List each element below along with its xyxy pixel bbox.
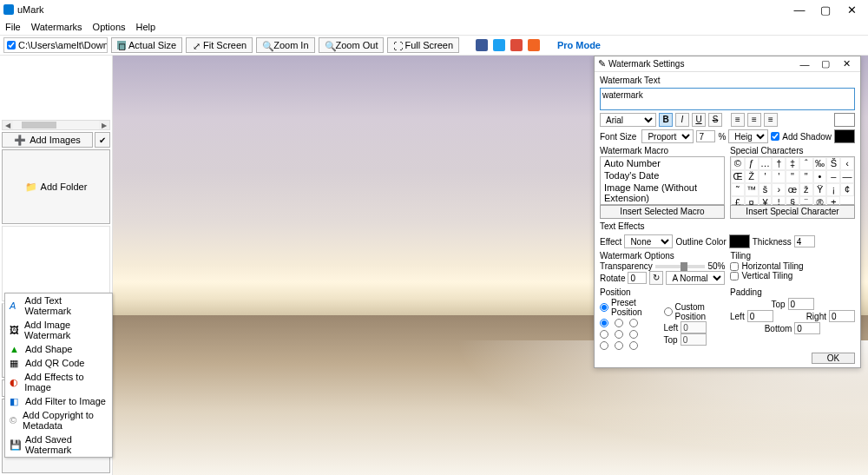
char-cell[interactable]: ‰ — [813, 157, 827, 170]
menu-add-shape[interactable]: ▲Add Shape — [5, 342, 112, 356]
char-cell[interactable]: Š — [826, 157, 840, 170]
effect-select[interactable]: None — [624, 234, 673, 248]
pos-tl[interactable] — [600, 319, 608, 327]
close-button[interactable]: ✕ — [838, 3, 865, 16]
align-right-button[interactable]: ≡ — [764, 113, 778, 127]
underline-button[interactable]: U — [692, 113, 706, 127]
char-cell[interactable]: ¡ — [826, 183, 840, 196]
minimize-button[interactable]: — — [786, 3, 812, 16]
char-cell[interactable]: – — [826, 170, 840, 183]
char-cell[interactable]: • — [813, 170, 827, 183]
h-tiling-checkbox[interactable] — [730, 262, 739, 271]
char-cell[interactable]: Ž — [745, 170, 759, 183]
pad-right-input[interactable] — [829, 310, 855, 322]
menu-help[interactable]: Help — [136, 22, 156, 32]
char-cell[interactable]: ƒ — [745, 157, 759, 170]
add-images-button[interactable]: ➕Add Images — [2, 132, 93, 148]
add-shadow-checkbox[interactable] — [771, 132, 779, 141]
align-left-button[interactable]: ≡ — [731, 113, 745, 127]
scroll-left-icon[interactable]: ◀ — [3, 122, 13, 129]
rss-icon[interactable] — [528, 39, 540, 51]
menu-add-image-watermark[interactable]: 🖼Add Image Watermark — [5, 318, 112, 342]
height-select[interactable]: Height — [728, 129, 768, 143]
full-screen-button[interactable]: ⛶Full Screen — [387, 37, 459, 53]
insert-char-button[interactable]: Insert Special Character — [730, 205, 855, 219]
menu-file[interactable]: File — [5, 22, 21, 32]
char-cell[interactable]: † — [772, 157, 786, 170]
actual-size-button[interactable]: ◻Actual Size — [111, 37, 182, 53]
font-select[interactable]: Arial — [600, 113, 656, 127]
custom-radio[interactable] — [664, 307, 673, 316]
pos-bl[interactable] — [600, 341, 608, 350]
outline-color-swatch[interactable] — [729, 234, 750, 248]
zoom-in-button[interactable]: 🔍Zoom In — [256, 37, 314, 53]
char-cell[interactable]: ¢ — [840, 183, 854, 196]
pos-tr[interactable] — [629, 319, 638, 327]
char-cell[interactable]: ž — [799, 183, 813, 196]
add-folder-button[interactable]: 📁Add Folder — [2, 149, 110, 224]
macro-item[interactable]: Auto Number — [601, 157, 724, 169]
menu-add-effects[interactable]: ◐Add Effects to Image — [5, 370, 112, 394]
add-images-checkbox[interactable]: ✔ — [95, 132, 110, 148]
preset-radio[interactable] — [600, 303, 608, 312]
char-cell[interactable]: ™ — [745, 183, 759, 196]
zoom-out-button[interactable]: 🔍Zoom Out — [319, 37, 385, 53]
bold-button[interactable]: B — [659, 113, 673, 127]
gplus-icon[interactable] — [510, 39, 523, 51]
menu-add-saved[interactable]: 💾Add Saved Watermark — [5, 432, 112, 457]
char-cell[interactable]: œ — [786, 183, 799, 196]
ok-button[interactable]: OK — [812, 353, 855, 364]
twitter-icon[interactable] — [493, 39, 505, 51]
thumb-scrollbar[interactable]: ◀ ▶ — [2, 120, 110, 130]
rotate-icon[interactable]: ↻ — [649, 271, 663, 285]
strike-button[interactable]: S — [708, 113, 722, 127]
pos-mr[interactable] — [629, 330, 638, 339]
path-checkbox[interactable] — [7, 41, 16, 49]
transparency-slider[interactable] — [655, 265, 706, 268]
menu-add-filter[interactable]: ◧Add Filter to Image — [5, 394, 112, 408]
macro-list[interactable]: Auto Number Today's Date Image Name (Wit… — [600, 156, 725, 205]
pos-bc[interactable] — [615, 341, 623, 350]
scroll-right-icon[interactable]: ▶ — [99, 122, 109, 129]
macro-item[interactable]: Today's Date — [601, 169, 724, 181]
pro-mode-link[interactable]: Pro Mode — [557, 40, 601, 50]
path-box[interactable]: C:\Users\amelt\Downloads\frank-n — [3, 37, 108, 53]
fit-screen-button[interactable]: ⤢Fit Screen — [186, 37, 253, 53]
char-cell[interactable]: Ÿ — [813, 183, 827, 196]
char-cell[interactable]: Œ — [731, 170, 745, 183]
char-cell[interactable]: — — [840, 170, 854, 183]
maximize-button[interactable]: ▢ — [812, 3, 838, 16]
menu-watermarks[interactable]: Watermarks — [31, 22, 82, 32]
text-color-swatch[interactable] — [834, 113, 855, 127]
size-value-input[interactable] — [696, 130, 715, 142]
facebook-icon[interactable] — [476, 39, 488, 51]
pad-top-input[interactable] — [788, 298, 814, 310]
char-cell[interactable]: ‡ — [786, 157, 799, 170]
char-cell[interactable]: › — [772, 183, 786, 196]
char-cell[interactable]: ˆ — [799, 157, 813, 170]
char-cell[interactable]: ‹ — [840, 157, 854, 170]
shadow-color-swatch[interactable] — [834, 129, 855, 143]
pos-mc[interactable] — [615, 330, 623, 339]
pos-tc[interactable] — [615, 319, 623, 327]
pad-bottom-input[interactable] — [794, 322, 820, 334]
align-center-button[interactable]: ≡ — [747, 113, 761, 127]
char-cell[interactable]: ' — [759, 170, 773, 183]
proportional-select[interactable]: Proportional — [641, 129, 694, 143]
normal-select[interactable]: A Normal — [666, 271, 725, 285]
char-cell[interactable]: " — [786, 170, 799, 183]
char-cell[interactable]: ˜ — [731, 183, 745, 196]
char-cell[interactable]: … — [759, 157, 773, 170]
rotate-input[interactable] — [628, 272, 647, 284]
dialog-close-button[interactable]: ✕ — [836, 58, 857, 69]
dialog-minimize-button[interactable]: — — [794, 59, 815, 69]
char-cell[interactable]: © — [731, 157, 745, 170]
pos-ml[interactable] — [600, 330, 608, 339]
char-cell[interactable]: ' — [772, 170, 786, 183]
thickness-input[interactable] — [794, 235, 815, 247]
char-cell[interactable]: š — [759, 183, 773, 196]
dialog-maximize-button[interactable]: ▢ — [815, 58, 836, 69]
menu-add-qr-code[interactable]: ▦Add QR Code — [5, 356, 112, 370]
special-char-grid[interactable]: ©ƒ…†‡ˆ‰Š‹ŒŽ''""•–—˜™š›œžŸ¡¢£¤¥¦§¨®± — [730, 156, 855, 205]
pos-br[interactable] — [629, 341, 638, 350]
